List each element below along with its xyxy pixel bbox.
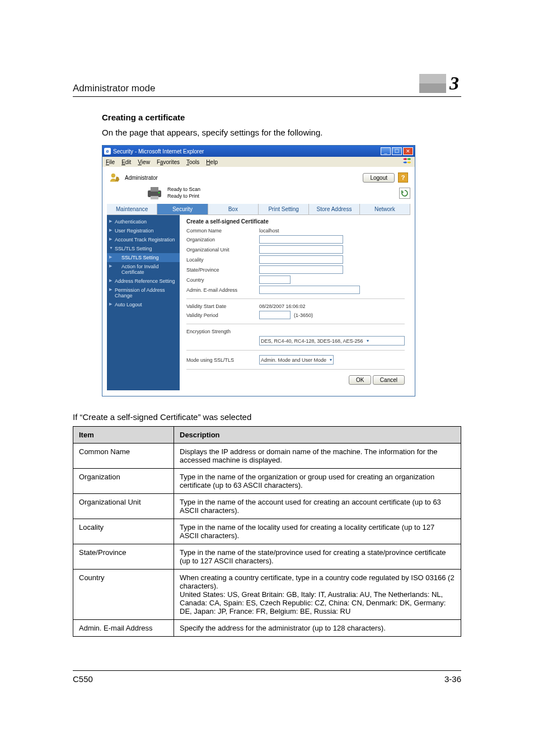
table-row: CountryWhen creating a country certifica… <box>73 570 461 620</box>
ie-logo-icon <box>402 158 411 166</box>
section-title: Creating a certificate <box>102 113 461 122</box>
ie-titlebar: e Security - Microsoft Internet Explorer… <box>102 146 415 157</box>
ie-icon: e <box>104 148 111 155</box>
status-print: Ready to Print <box>167 193 200 200</box>
table-header-item: Item <box>73 427 174 444</box>
svg-point-1 <box>111 174 115 178</box>
page-header: Administrator mode 3 <box>73 73 461 97</box>
table-row: Organizational UnitType in the name of t… <box>73 494 461 519</box>
section-desc: On the page that appears, specify settin… <box>102 128 461 137</box>
table-row: Admin. E-mail AddressSpecify the address… <box>73 620 461 637</box>
menu-help[interactable]: Help <box>206 159 218 165</box>
menu-bar: File Edit View Favorites Tools Help <box>102 157 415 167</box>
status-text: Ready to Scan Ready to Print <box>167 186 200 199</box>
locality-input[interactable] <box>259 255 343 264</box>
maximize-button[interactable]: ☐ <box>392 147 402 155</box>
label-valid-period: Validity Period <box>186 312 259 318</box>
tab-security[interactable]: Security <box>157 204 208 215</box>
table-row: State/ProvinceType in the name of the st… <box>73 544 461 570</box>
value-common-name: localhost <box>259 228 279 234</box>
valid-period-suffix: (1-3650) <box>294 312 313 318</box>
badge-stripe <box>419 74 446 93</box>
page-footer: C550 3-36 <box>73 670 461 684</box>
sidebar-item-account-track[interactable]: Account Track Registration <box>107 235 180 244</box>
table-row: LocalityType in the name of the locality… <box>73 519 461 544</box>
breadcrumb: Administrator mode <box>73 83 155 94</box>
value-valid-start: 08/28/2007 16:06:02 <box>259 304 306 309</box>
tab-store-address[interactable]: Store Address <box>309 204 359 215</box>
description-table: Item Description Common NameDisplays the… <box>73 426 461 637</box>
sidebar-item-action-invalid[interactable]: Action for Invalid Certificate <box>107 262 180 277</box>
tab-print-setting[interactable]: Print Setting <box>259 204 309 215</box>
menu-edit[interactable]: Edit <box>121 159 131 165</box>
sidebar-item-permission[interactable]: Permission of Address Change <box>107 286 180 300</box>
sidebar-item-user-registration[interactable]: User Registration <box>107 226 180 235</box>
label-organization: Organization <box>186 237 259 242</box>
table-header-description: Description <box>174 427 461 444</box>
printer-icon <box>146 186 163 200</box>
screenshot-panel: e Security - Microsoft Internet Explorer… <box>102 145 415 396</box>
window-title: Security - Microsoft Internet Explorer <box>113 148 204 155</box>
sidebar-item-authentication[interactable]: Authentication <box>107 217 180 226</box>
svg-rect-3 <box>151 187 158 192</box>
tab-box[interactable]: Box <box>208 204 259 215</box>
sidebar-item-ssl[interactable]: SSL/TLS Setting <box>107 244 180 253</box>
menu-favorites[interactable]: Favorites <box>157 159 180 165</box>
table-row: OrganizationType in the name of the orga… <box>73 469 461 494</box>
close-button[interactable]: ✕ <box>403 147 413 155</box>
svg-rect-4 <box>151 196 158 199</box>
chapter-number: 3 <box>449 73 459 94</box>
tab-maintenance[interactable]: Maintenance <box>107 204 157 215</box>
help-button[interactable]: ? <box>398 172 408 183</box>
label-country: Country <box>186 277 259 283</box>
chevron-down-icon: ▾ <box>367 338 369 343</box>
organization-input[interactable] <box>259 235 343 244</box>
footer-right: 3-36 <box>444 674 461 684</box>
label-state: State/Province <box>186 267 259 273</box>
label-mode: Mode using SSL/TLS <box>186 357 259 363</box>
table-note: If “Create a self-signed Certificate” wa… <box>73 412 461 422</box>
main-pane: Create a self-signed Certificate Common … <box>180 215 410 390</box>
status-scan: Ready to Scan <box>167 186 200 193</box>
menu-view[interactable]: View <box>138 159 150 165</box>
menu-file[interactable]: File <box>106 159 115 165</box>
logout-button[interactable]: Logout <box>363 173 395 183</box>
tab-bar: Maintenance Security Box Print Setting S… <box>107 204 410 215</box>
valid-period-input[interactable] <box>259 311 291 319</box>
minimize-button[interactable]: _ <box>381 147 391 155</box>
svg-point-5 <box>158 192 160 194</box>
sidebar-item-ssl-setting[interactable]: SSL/TLS Setting <box>107 253 180 262</box>
state-input[interactable] <box>259 265 343 274</box>
label-common-name: Common Name <box>186 228 259 234</box>
label-valid-start: Validity Start Date <box>186 304 259 309</box>
table-row: Common NameDisplays the IP address or do… <box>73 444 461 469</box>
cancel-button[interactable]: Cancel <box>373 375 405 385</box>
form-title: Create a self-signed Certificate <box>186 218 405 225</box>
ie-window: e Security - Microsoft Internet Explorer… <box>102 145 415 396</box>
chevron-down-icon: ▾ <box>330 357 332 362</box>
menu-tools[interactable]: Tools <box>186 159 199 165</box>
footer-left: C550 <box>73 674 93 684</box>
administrator-label: Administrator <box>125 175 158 181</box>
chapter-badge: 3 <box>419 73 461 94</box>
encryption-select-value: DES, RC4-40, RC4-128, 3DES-168, AES-256 <box>261 338 363 344</box>
label-locality: Locality <box>186 257 259 263</box>
sidebar: Authentication User Registration Account… <box>107 215 180 390</box>
label-org-unit: Organizational Unit <box>186 247 259 253</box>
mode-select-value: Admin. Mode and User Mode <box>261 357 326 363</box>
encryption-select[interactable]: DES, RC4-40, RC4-128, 3DES-168, AES-256 … <box>259 336 405 346</box>
ok-button[interactable]: OK <box>349 375 371 385</box>
sidebar-item-address-reference[interactable]: Address Reference Setting <box>107 277 180 286</box>
admin-email-input[interactable] <box>259 286 360 294</box>
label-encryption: Encryption Strength <box>186 329 259 334</box>
country-input[interactable] <box>259 276 291 284</box>
sidebar-item-auto-logout[interactable]: Auto Logout <box>107 300 180 309</box>
org-unit-input[interactable] <box>259 245 343 254</box>
mode-select[interactable]: Admin. Mode and User Mode ▾ <box>259 355 334 365</box>
refresh-button[interactable] <box>399 188 410 199</box>
label-admin-email: Admin. E-mail Address <box>186 287 259 293</box>
tab-network[interactable]: Network <box>360 204 410 215</box>
admin-icon <box>109 172 121 183</box>
